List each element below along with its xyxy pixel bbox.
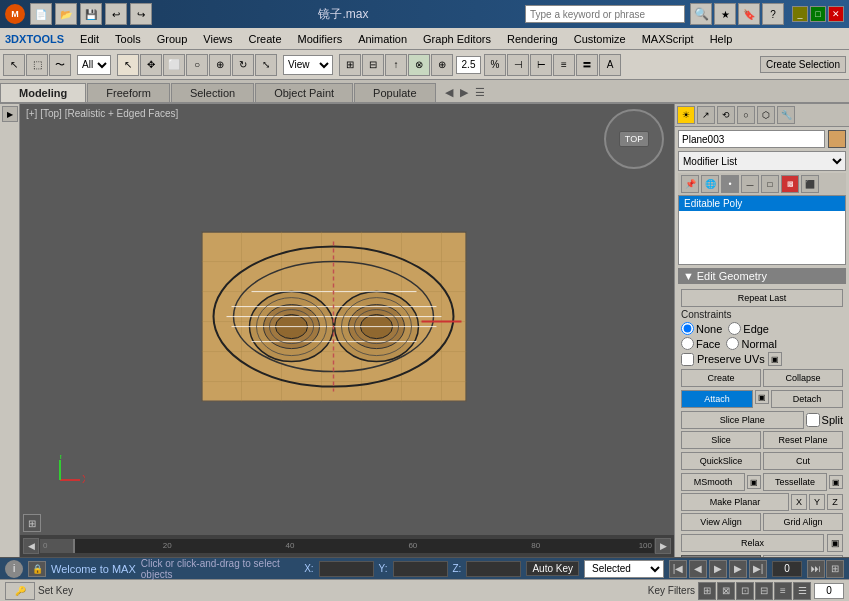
filter-btn-1[interactable]: ⊞ [698,582,716,600]
key-btn[interactable]: 🔑 [5,582,35,600]
constraint-edge-label[interactable]: Edge [728,322,769,335]
preserve-uvs-check[interactable] [681,353,694,366]
constraint-normal-radio[interactable] [726,337,739,350]
layer-btn[interactable]: ≡ [553,54,575,76]
rpanel-icon-hierarchy[interactable]: ⟲ [717,106,735,124]
selected-dropdown[interactable]: Selected [584,560,664,578]
tessellate-btn[interactable]: Tessellate [763,473,827,491]
tb-save[interactable]: 💾 [80,3,102,25]
constraint-none-radio[interactable] [681,322,694,335]
array-btn[interactable]: ⊢ [530,54,552,76]
next-frame-btn[interactable]: ▶ [729,560,747,578]
mod-icon-vert[interactable]: • [721,175,739,193]
preserve-uvs-settings[interactable]: ▣ [768,352,782,366]
align-btn[interactable]: ⊟ [362,54,384,76]
menu-modifiers[interactable]: Modifiers [290,31,351,47]
nav-top-btn[interactable]: TOP [619,131,649,147]
slice-btn[interactable]: Slice [681,431,761,449]
relax-settings-btn[interactable]: ▣ [827,534,843,552]
menu-help[interactable]: Help [702,31,741,47]
close-btn[interactable]: ✕ [828,6,844,22]
bookmark-btn[interactable]: 🔖 [738,3,760,25]
y-coord-field[interactable] [393,561,448,577]
x-coord-field[interactable] [319,561,374,577]
quickslice-btn[interactable]: QuickSlice [681,452,761,470]
y-btn[interactable]: Y [809,494,825,510]
region-select-btn[interactable]: ⬚ [26,54,48,76]
mirror-btn[interactable]: ⊣ [507,54,529,76]
mod-icon-env[interactable]: 🌐 [701,175,719,193]
grid-align-btn[interactable]: Grid Align [763,513,843,531]
tessellate-settings[interactable]: ▣ [829,475,843,489]
mod-icon-elem[interactable]: ⬛ [801,175,819,193]
left-btn-1[interactable]: ▶ [2,106,18,122]
timeline-prev-btn[interactable]: ◀ [23,538,39,554]
constraint-edge-radio[interactable] [728,322,741,335]
mod-icon-edge[interactable]: — [741,175,759,193]
modifier-list-dropdown[interactable]: Modifier List [678,151,846,171]
snap-2d[interactable]: ⊗ [408,54,430,76]
selection-filter[interactable]: All [77,55,111,75]
modifier-item-editable-poly[interactable]: Editable Poly [679,196,845,211]
msmooth-settings[interactable]: ▣ [747,475,761,489]
go-start-btn[interactable]: |◀ [669,560,687,578]
rpanel-icon-utilities[interactable]: 🔧 [777,106,795,124]
play-btn[interactable]: ▶ [709,560,727,578]
msmooth-btn[interactable]: MSmooth [681,473,745,491]
view-select[interactable]: View [283,55,333,75]
frame-input-2[interactable] [814,583,844,599]
menu-tools[interactable]: Tools [107,31,149,47]
lasso-btn[interactable]: 〜 [49,54,71,76]
help-btn[interactable]: ? [762,3,784,25]
status-icon[interactable]: i [5,560,23,578]
tab-chevron-icon[interactable]: ◀ [445,86,453,99]
modifier-list-box[interactable]: Editable Poly [678,195,846,265]
star-btn[interactable]: ★ [714,3,736,25]
menu-rendering[interactable]: Rendering [499,31,566,47]
menu-maxscript[interactable]: MAXScript [634,31,702,47]
go-end-btn[interactable]: ▶| [749,560,767,578]
menu-views[interactable]: Views [195,31,240,47]
maximize-btn[interactable]: □ [810,6,826,22]
minimize-btn[interactable]: _ [792,6,808,22]
z-coord-field[interactable] [466,561,521,577]
mod-icon-face[interactable]: ▩ [781,175,799,193]
detach-btn[interactable]: Detach [771,390,843,408]
menu-animation[interactable]: Animation [350,31,415,47]
constraint-none-label[interactable]: None [681,322,722,335]
edit-geometry-header[interactable]: ▼ Edit Geometry [678,268,846,284]
timeline-next-btn[interactable]: ▶ [655,538,671,554]
attach-btn[interactable]: Attach [681,390,753,408]
constraint-normal-label[interactable]: Normal [726,337,776,350]
text-btn[interactable]: A [599,54,621,76]
select-btn[interactable]: ↖ [3,54,25,76]
filter-btn-5[interactable]: ≡ [774,582,792,600]
tb-open[interactable]: 📂 [55,3,77,25]
snap-3d[interactable]: ⊕ [431,54,453,76]
reset-plane-btn[interactable]: Reset Plane [763,431,843,449]
circle-select-btn[interactable]: ○ [186,54,208,76]
prev-frame-btn[interactable]: ◀ [689,560,707,578]
repeat-last-btn[interactable]: Repeat Last [681,289,843,307]
filter-btn-4[interactable]: ⊟ [755,582,773,600]
snap-toggle[interactable]: ↑ [385,54,407,76]
percent-btn[interactable]: % [484,54,506,76]
nav-sphere[interactable]: TOP [604,109,664,169]
pivot-btn[interactable]: ⊞ [339,54,361,76]
search-input[interactable] [525,5,685,23]
tab-settings-icon[interactable]: ▶ [460,86,468,99]
tab-modeling[interactable]: Modeling [0,83,86,102]
create-btn[interactable]: Create [681,369,761,387]
create-selection-btn[interactable]: Create Selection [760,56,846,73]
tab-object-paint[interactable]: Object Paint [255,83,353,102]
move-btn[interactable]: ⊕ [209,54,231,76]
object-name-input[interactable] [678,130,825,148]
mod-icon-border[interactable]: □ [761,175,779,193]
filter-btn-3[interactable]: ⊡ [736,582,754,600]
constraint-face-radio[interactable] [681,337,694,350]
attach-settings-btn[interactable]: ▣ [755,390,769,404]
x-btn[interactable]: X [791,494,807,510]
menu-edit[interactable]: Edit [72,31,107,47]
viewport-nav[interactable]: TOP [604,109,669,174]
scale-btn[interactable]: ⤡ [255,54,277,76]
